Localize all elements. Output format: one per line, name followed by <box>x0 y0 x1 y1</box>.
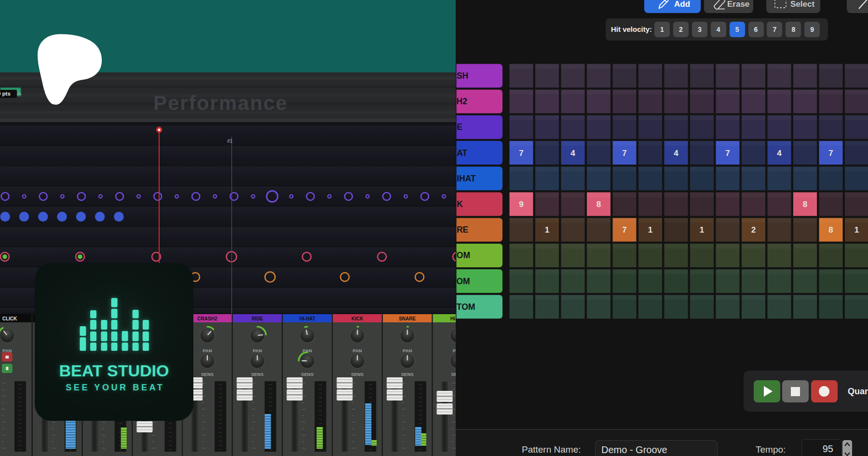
svg-text:SENS: SENS <box>451 372 456 377</box>
svg-text:SNARE: SNARE <box>399 316 416 321</box>
svg-text:HITOM: HITOM <box>456 250 470 260</box>
svg-text:7: 7 <box>622 225 626 235</box>
svg-text:HI-: HI- <box>450 316 456 321</box>
svg-text:CLICK: CLICK <box>2 316 17 321</box>
svg-text:7: 7 <box>622 149 626 158</box>
svg-text:SENS: SENS <box>251 372 264 377</box>
svg-text:7: 7 <box>519 149 523 158</box>
svg-text:CRASH2: CRASH2 <box>197 316 217 321</box>
svg-text:4: 4 <box>674 149 678 158</box>
svg-text:KICK: KICK <box>352 316 364 321</box>
svg-text:#1: #1 <box>227 138 233 144</box>
svg-text:PAN: PAN <box>203 348 212 353</box>
svg-text:OPENHIHAT: OPENHIHAT <box>456 174 476 183</box>
svg-text:CRASH: CRASH <box>456 71 468 81</box>
svg-text:MIDTOM: MIDTOM <box>456 276 470 286</box>
svg-text:SENS: SENS <box>201 372 214 377</box>
svg-text:4: 4 <box>570 149 575 158</box>
svg-text:RIDE: RIDE <box>456 122 462 132</box>
svg-text:2: 2 <box>751 225 756 235</box>
svg-text:1: 1 <box>545 225 549 235</box>
svg-text:SNARE: SNARE <box>456 225 468 235</box>
svg-text:SENS: SENS <box>351 372 364 377</box>
svg-text:HI-HAT: HI-HAT <box>299 316 315 321</box>
svg-text:HIHAT: HIHAT <box>456 148 467 158</box>
svg-text:KICK: KICK <box>456 199 463 209</box>
svg-text:7: 7 <box>725 149 730 158</box>
svg-text:PAN: PAN <box>253 348 262 353</box>
svg-text:PAN: PAN <box>353 348 362 353</box>
svg-text:8: 8 <box>803 200 807 209</box>
svg-text:8: 8 <box>828 225 833 235</box>
svg-text:1: 1 <box>700 225 704 235</box>
svg-text:9: 9 <box>519 200 523 209</box>
svg-text:RIDE: RIDE <box>252 316 263 321</box>
svg-text:SENS: SENS <box>301 372 313 377</box>
svg-text:LOWTOM: LOWTOM <box>456 302 475 312</box>
svg-text:4: 4 <box>777 149 782 158</box>
svg-text:SENS: SENS <box>401 372 414 377</box>
svg-text:CRASH2: CRASH2 <box>456 97 467 106</box>
svg-text:PAN: PAN <box>403 348 412 353</box>
svg-text:1: 1 <box>648 225 652 235</box>
svg-text:8: 8 <box>597 200 601 209</box>
svg-text:1: 1 <box>854 225 859 235</box>
svg-text:7: 7 <box>828 149 833 158</box>
